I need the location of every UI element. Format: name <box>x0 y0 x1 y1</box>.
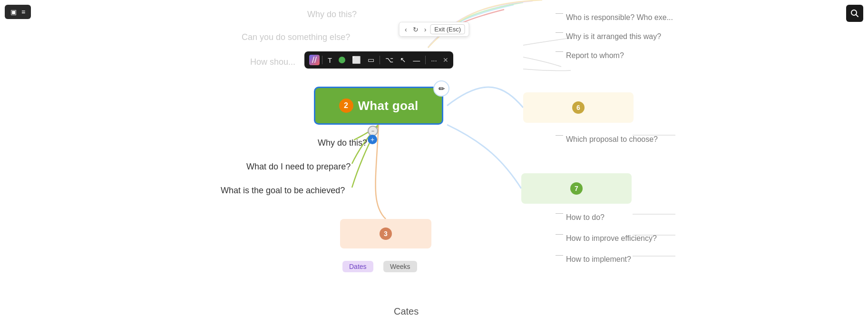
node-label: What goal <box>358 99 419 113</box>
connector-lines <box>0 0 868 317</box>
right-line-1 <box>556 13 563 14</box>
right-line-7 <box>556 255 563 256</box>
right-text-6: How to improve efficiency? <box>566 234 657 243</box>
right-text-5: How to do? <box>566 213 605 222</box>
toolbar-divider-1 <box>322 56 322 64</box>
bg-text-1: Why do this? <box>307 10 357 20</box>
format-arrow-btn[interactable]: ↖ <box>397 54 409 66</box>
toolbar-divider-2 <box>380 56 380 64</box>
node-3-badge: 3 <box>380 228 392 240</box>
format-toolbar: // T ⬜ ▭ ⌥ ↖ — ··· ✕ <box>304 51 453 69</box>
bg-text-2: Can you do something else? <box>242 32 350 42</box>
right-line-6 <box>556 234 563 235</box>
svg-line-1 <box>856 15 858 17</box>
format-dash-btn[interactable]: — <box>410 55 423 66</box>
exit-button[interactable]: Exit (Esc) <box>430 24 465 34</box>
tag-weeks[interactable]: Weeks <box>383 261 417 272</box>
format-close-btn[interactable]: ✕ <box>443 56 449 64</box>
right-text-3: Report to whom? <box>566 51 624 60</box>
node-6[interactable]: 6 <box>523 92 634 123</box>
right-line-2 <box>556 32 563 33</box>
node-7[interactable]: 7 <box>521 173 632 204</box>
top-left-toolbar: ▣ ≡ <box>5 5 31 19</box>
toolbar-divider-3 <box>425 56 426 64</box>
cates-label: Cates <box>394 306 419 317</box>
nav-forward-button[interactable]: › <box>422 25 429 34</box>
list-icon-btn[interactable]: ≡ <box>20 7 26 17</box>
format-more-btn[interactable]: ··· <box>428 55 440 66</box>
what-goal-node[interactable]: 2 What goal ✏ <box>314 87 443 125</box>
tag-dates[interactable]: Dates <box>342 261 373 272</box>
format-rect-btn[interactable]: ▭ <box>365 54 377 66</box>
format-frame-btn[interactable]: ⬜ <box>349 54 364 66</box>
node-badge-2: 2 <box>339 99 353 113</box>
nav-toolbar: ‹ ↻ › Exit (Esc) <box>399 22 469 37</box>
right-line-5 <box>556 213 563 214</box>
node-7-badge: 7 <box>570 182 583 195</box>
search-icon <box>850 9 859 18</box>
format-logo-btn[interactable]: // <box>309 55 320 65</box>
child-node-1[interactable]: Why do this? <box>318 138 367 148</box>
right-text-2: Why is it arranged this way? <box>566 32 661 41</box>
child-node-2[interactable]: What do I need to prepare? <box>246 162 351 172</box>
child-node-3[interactable]: What is the goal to be achieved? <box>221 186 345 196</box>
nav-back-button[interactable]: ‹ <box>403 25 409 34</box>
canvas: Why do this? Can you do something else? … <box>0 0 868 317</box>
node-edit-icon[interactable]: ✏ <box>433 80 449 97</box>
color-dot <box>339 57 345 63</box>
search-button[interactable] <box>846 5 863 22</box>
right-text-4: Which proposal to choose? <box>566 135 658 144</box>
right-text-7: How to implement? <box>566 255 631 264</box>
format-color-btn[interactable] <box>336 55 348 65</box>
format-connect-btn[interactable]: ⌥ <box>382 54 396 66</box>
right-line-3 <box>556 51 563 52</box>
node-6-badge: 6 <box>572 101 585 114</box>
menu-icon-btn[interactable]: ▣ <box>10 7 18 17</box>
node-3[interactable]: 3 <box>340 219 431 248</box>
format-text-btn[interactable]: T <box>325 55 335 66</box>
right-text-1: Who is responsible? Who exe... <box>566 13 673 22</box>
bg-text-3: How shou... <box>250 57 295 67</box>
add-child-button[interactable]: + <box>368 135 377 144</box>
nav-refresh-button[interactable]: ↻ <box>411 25 420 34</box>
right-line-4 <box>556 135 563 136</box>
